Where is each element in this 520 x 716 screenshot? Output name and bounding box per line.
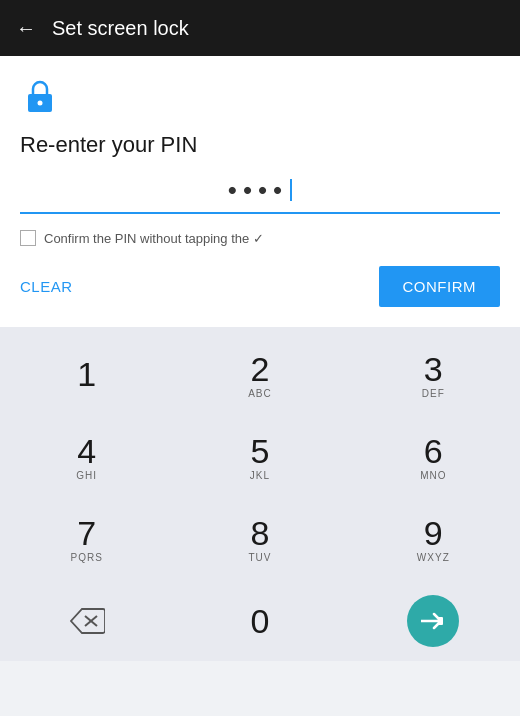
checkbox-row[interactable]: Confirm the PIN without tapping the ✓ bbox=[20, 230, 500, 246]
key-4-number: 4 bbox=[77, 434, 96, 468]
svg-point-2 bbox=[38, 101, 43, 106]
key-2[interactable]: 2 ABC bbox=[180, 335, 340, 415]
pin-cursor bbox=[290, 179, 292, 201]
key-6-number: 6 bbox=[424, 434, 443, 468]
header: ← Set screen lock bbox=[0, 0, 520, 56]
key-0-number: 0 bbox=[251, 604, 270, 638]
page-title: Re-enter your PIN bbox=[20, 132, 500, 158]
keypad-row-bottom: 0 bbox=[0, 581, 520, 661]
key-2-number: 2 bbox=[251, 352, 270, 386]
key-8-letters: TUV bbox=[248, 552, 271, 563]
key-5-letters: JKL bbox=[250, 470, 270, 481]
key-3[interactable]: 3 DEF bbox=[353, 335, 513, 415]
key-confirm-container bbox=[353, 595, 513, 647]
key-0[interactable]: 0 bbox=[180, 581, 340, 661]
key-6[interactable]: 6 MNO bbox=[353, 417, 513, 497]
key-7-letters: PQRS bbox=[70, 552, 102, 563]
key-2-letters: ABC bbox=[248, 388, 272, 399]
key-8[interactable]: 8 TUV bbox=[180, 499, 340, 579]
key-1-number: 1 bbox=[77, 357, 96, 391]
key-confirm-button[interactable] bbox=[407, 595, 459, 647]
delete-icon bbox=[69, 607, 105, 635]
keypad-row-1: 1 2 ABC 3 DEF bbox=[0, 335, 520, 415]
keypad: 1 2 ABC 3 DEF 4 GHI 5 JKL 6 MNO 7 PQRS bbox=[0, 327, 520, 661]
back-button[interactable]: ← bbox=[16, 17, 36, 40]
checkbox-label: Confirm the PIN without tapping the ✓ bbox=[44, 231, 264, 246]
keypad-row-2: 4 GHI 5 JKL 6 MNO bbox=[0, 417, 520, 497]
keypad-row-3: 7 PQRS 8 TUV 9 WXYZ bbox=[0, 499, 520, 579]
confirm-button[interactable]: CONFIRM bbox=[379, 266, 501, 307]
confirm-arrow-icon bbox=[421, 612, 445, 630]
pin-dots-text: •••• bbox=[228, 175, 288, 206]
key-5[interactable]: 5 JKL bbox=[180, 417, 340, 497]
key-5-number: 5 bbox=[251, 434, 270, 468]
clear-button[interactable]: CLEAR bbox=[20, 278, 73, 295]
key-delete[interactable] bbox=[7, 581, 167, 661]
key-4[interactable]: 4 GHI bbox=[7, 417, 167, 497]
key-8-number: 8 bbox=[251, 516, 270, 550]
action-row: CLEAR CONFIRM bbox=[20, 262, 500, 311]
key-4-letters: GHI bbox=[76, 470, 97, 481]
pin-input-container: •••• bbox=[20, 172, 500, 214]
key-7-number: 7 bbox=[77, 516, 96, 550]
key-9[interactable]: 9 WXYZ bbox=[353, 499, 513, 579]
pin-display: •••• bbox=[20, 172, 500, 208]
lock-icon bbox=[20, 76, 60, 116]
key-3-number: 3 bbox=[424, 352, 443, 386]
header-title: Set screen lock bbox=[52, 17, 189, 40]
key-9-letters: WXYZ bbox=[417, 552, 450, 563]
key-1[interactable]: 1 bbox=[7, 335, 167, 415]
key-9-number: 9 bbox=[424, 516, 443, 550]
svg-rect-5 bbox=[438, 617, 443, 625]
key-3-letters: DEF bbox=[422, 388, 445, 399]
confirm-without-tap-checkbox[interactable] bbox=[20, 230, 36, 246]
key-6-letters: MNO bbox=[420, 470, 446, 481]
key-7[interactable]: 7 PQRS bbox=[7, 499, 167, 579]
content-area: Re-enter your PIN •••• Confirm the PIN w… bbox=[0, 56, 520, 327]
